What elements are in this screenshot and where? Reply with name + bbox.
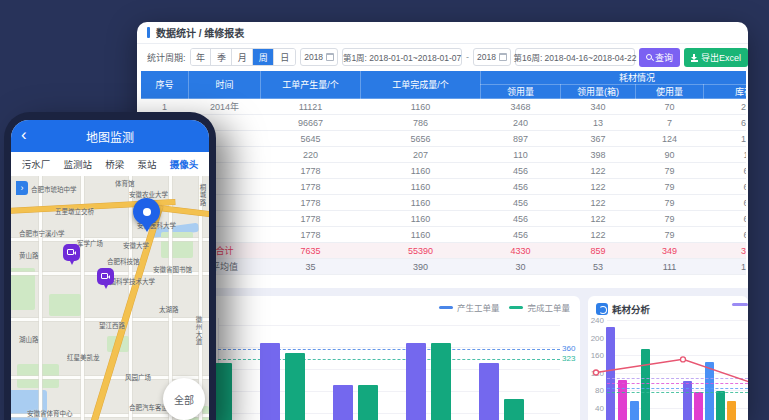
start-year-value: 2018	[304, 52, 323, 62]
bar-完成工单量[interactable]	[431, 343, 451, 420]
table-cell: 67	[704, 211, 747, 227]
phone-mockup: ‹ 地图监测 污水厂监测站桥梁泵站摄像头	[4, 112, 216, 420]
start-week-field[interactable]: 第1周: 2018-01-01~2018-01-07	[342, 48, 462, 66]
bar-产生工单量[interactable]	[333, 385, 353, 420]
reference-line	[607, 378, 748, 379]
table-cell: 1160	[361, 163, 481, 179]
table-cell: 340	[561, 99, 636, 115]
table-cell: 5656	[361, 131, 481, 147]
reference-line	[607, 388, 748, 389]
table-cell: 1778	[261, 163, 361, 179]
map-label: 安徽大学	[123, 240, 149, 250]
total-row[interactable]: 合计7635553904330859349332	[141, 243, 747, 259]
table-cell: 30	[481, 259, 561, 275]
legend-item[interactable]: 产生工单量	[439, 301, 500, 313]
y-tick: 240	[588, 316, 604, 325]
map-expand-button[interactable]: ›	[16, 181, 28, 195]
map-label: 徽州大道	[193, 316, 203, 346]
back-icon[interactable]: ‹	[21, 125, 27, 145]
period-option[interactable]: 年	[191, 49, 212, 65]
export-excel-button[interactable]: 导出Excel	[684, 48, 748, 67]
table-cell: 79	[636, 227, 704, 243]
table-cell: 19	[704, 147, 747, 163]
gridline	[607, 338, 748, 339]
bar-完成工单量[interactable]	[358, 385, 378, 420]
phone-tab-摄像头[interactable]: 摄像头	[170, 157, 199, 171]
start-year-select[interactable]: 2018	[300, 48, 338, 66]
chart-title: 耗材分析	[612, 302, 650, 316]
column-header: 序号	[141, 71, 189, 99]
average-row[interactable]: 平均值353903053111140	[141, 259, 747, 275]
table-cell: 240	[481, 115, 561, 131]
camera-pin[interactable]	[97, 268, 114, 285]
table-cell: 1160	[361, 99, 481, 115]
consumable-bar[interactable]	[694, 392, 703, 420]
consumable-bar[interactable]	[630, 401, 639, 420]
period-option[interactable]: 日	[274, 49, 295, 65]
end-year-select[interactable]: 2018	[473, 48, 511, 66]
selected-pin[interactable]	[133, 198, 160, 225]
bar-产生工单量[interactable]	[406, 343, 426, 420]
table-cell: 55390	[361, 243, 481, 259]
table-row[interactable]: 12014年111211160346834070250	[141, 99, 747, 115]
table-cell: 897	[481, 131, 561, 147]
column-header: 时间	[189, 71, 261, 99]
table-row[interactable]: 2202071103989019	[141, 147, 747, 163]
phone-tab-监测站[interactable]: 监测站	[63, 157, 92, 171]
table-cell: 690	[704, 115, 747, 131]
y-tick: 160	[588, 351, 604, 360]
bar-产生工单量[interactable]	[479, 363, 499, 420]
table-row[interactable]: 177811604561227967	[141, 195, 747, 211]
period-option[interactable]: 季	[211, 49, 232, 65]
table-row[interactable]: 177811604561227967	[141, 179, 747, 195]
table-cell: 129	[704, 131, 747, 147]
table-cell: 456	[481, 211, 561, 227]
screen: 数据统计 / 维修报表 统计周期: 年季月周日 2018 第1周: 2018-0…	[0, 0, 769, 420]
map-label: 安徽省体育中心	[27, 408, 73, 418]
road	[39, 176, 42, 420]
y-tick: 120	[588, 369, 604, 378]
phone-tab-泵站[interactable]: 泵站	[138, 157, 157, 171]
table-cell: 1160	[361, 195, 481, 211]
consumable-bar[interactable]	[618, 380, 627, 420]
consumable-bar[interactable]	[606, 327, 615, 420]
phone-tab-桥梁[interactable]: 桥梁	[105, 157, 124, 171]
table-cell: 456	[481, 179, 561, 195]
map-label: 体育馆	[115, 178, 135, 188]
consumable-bar[interactable]	[716, 391, 725, 420]
bar-产生工单量[interactable]	[260, 343, 280, 420]
table-cell: 456	[481, 195, 561, 211]
all-button[interactable]: 全部	[163, 378, 205, 420]
sub-column-header: 领用量	[481, 85, 561, 99]
map-label: 红星美凯龙	[67, 352, 100, 362]
chart-legend: 产生工单量完成工单量	[439, 301, 570, 313]
table-row[interactable]: 177811604561227967	[141, 211, 747, 227]
period-option[interactable]: 月	[232, 49, 253, 65]
bar-完成工单量[interactable]	[285, 353, 305, 420]
table-cell: 859	[561, 243, 636, 259]
end-week-field[interactable]: 第16周: 2018-04-16~2018-04-22	[515, 48, 635, 66]
camera-pin[interactable]	[63, 244, 80, 261]
table-cell: 456	[481, 227, 561, 243]
table-row[interactable]: 96667786240137690	[141, 115, 747, 131]
map-label: 望江西路	[99, 320, 125, 330]
reference-line	[607, 383, 748, 384]
period-option[interactable]: 周	[253, 49, 274, 65]
table-row[interactable]: 56455656897367124129	[141, 131, 747, 147]
calendar-icon	[326, 53, 334, 61]
gridline	[607, 320, 748, 321]
legend-mark	[509, 306, 523, 309]
consumable-bar[interactable]	[641, 349, 650, 420]
table-cell: 79	[636, 163, 704, 179]
table-cell: 1778	[261, 179, 361, 195]
phone-tab-污水厂[interactable]: 污水厂	[22, 157, 51, 171]
consumable-bar[interactable]	[727, 401, 736, 420]
legend-item[interactable]: 完成工单量	[509, 301, 570, 313]
table-row[interactable]: 177811604561227967	[141, 227, 747, 243]
search-button[interactable]: 查询	[639, 48, 680, 67]
map-label: 黄山路	[19, 250, 39, 260]
map-view[interactable]: › 合肥市琥珀中学体育馆安徽农业大学五里墩立交桥安徽医科大学合肥市宁溪小学军学广…	[11, 176, 209, 420]
table-row[interactable]: 177811604561227967	[141, 163, 747, 179]
table-cell: 110	[481, 147, 561, 163]
bar-完成工单量[interactable]	[504, 399, 524, 420]
